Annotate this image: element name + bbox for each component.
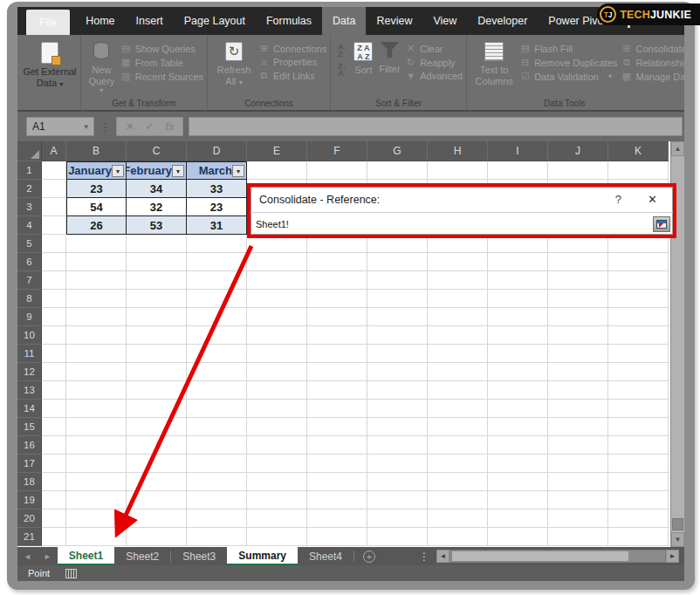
cell-K16[interactable] — [608, 436, 669, 455]
cell-C11[interactable] — [127, 345, 187, 363]
cell-A16[interactable] — [42, 436, 66, 455]
cell-E21[interactable] — [247, 528, 307, 546]
cell-F16[interactable] — [307, 436, 367, 455]
recent-sources-button[interactable]: ▥Recent Sources — [120, 71, 203, 82]
cell-I17[interactable] — [488, 455, 548, 473]
cell-G16[interactable] — [367, 436, 428, 455]
cell-G18[interactable] — [367, 473, 428, 491]
cell-D10[interactable] — [187, 326, 247, 345]
tab-home[interactable]: Home — [75, 7, 125, 35]
cell-B11[interactable] — [66, 345, 127, 363]
column-header-e[interactable]: E — [247, 141, 307, 161]
cell-D12[interactable] — [187, 363, 247, 381]
cell-H10[interactable] — [428, 326, 488, 345]
cell-J21[interactable] — [548, 528, 608, 546]
tab-page-layout[interactable]: Page Layout — [174, 7, 256, 35]
cell-F17[interactable] — [307, 455, 367, 473]
manage-data-model-button[interactable]: ▦Manage Data — [621, 71, 684, 82]
cell-J19[interactable] — [548, 491, 608, 510]
cell-G9[interactable] — [367, 308, 428, 326]
row-header-3[interactable]: 3 — [17, 198, 42, 216]
cell-A8[interactable] — [42, 290, 66, 308]
scroll-down-icon[interactable]: ▼ — [671, 532, 684, 547]
insert-function-icon[interactable]: fx — [164, 120, 174, 133]
cell-I8[interactable] — [488, 290, 548, 308]
cell-F21[interactable] — [307, 528, 367, 546]
cell-A18[interactable] — [42, 473, 66, 491]
sort-button[interactable]: Z AA Z Sort — [353, 40, 374, 76]
cell-B14[interactable] — [66, 400, 127, 418]
cell-J13[interactable] — [548, 381, 608, 400]
cell-B2[interactable]: 23 — [66, 180, 127, 198]
cell-E19[interactable] — [247, 491, 307, 510]
cell-J8[interactable] — [548, 290, 608, 308]
cell-I10[interactable] — [488, 326, 548, 345]
cell-E8[interactable] — [247, 290, 307, 308]
cell-E15[interactable] — [247, 418, 307, 436]
cell-C5[interactable] — [127, 235, 187, 253]
filter-dropdown-icon[interactable]: ▾ — [172, 165, 184, 177]
cell-F6[interactable] — [307, 253, 367, 271]
remove-duplicates-button[interactable]: ⊟Remove Duplicates — [519, 57, 617, 68]
cell-A6[interactable] — [42, 253, 66, 271]
cell-H7[interactable] — [428, 271, 488, 290]
cell-B16[interactable] — [66, 436, 127, 455]
cell-E20[interactable] — [247, 510, 307, 528]
cell-A19[interactable] — [42, 491, 66, 510]
cell-K8[interactable] — [608, 290, 669, 308]
cancel-icon[interactable]: ✕ — [126, 120, 134, 133]
cell-A12[interactable] — [42, 363, 66, 381]
cell-C14[interactable] — [127, 400, 187, 418]
cell-D20[interactable] — [187, 510, 247, 528]
cell-A13[interactable] — [42, 381, 66, 400]
cell-C18[interactable] — [127, 473, 187, 491]
filter-dropdown-icon[interactable]: ▾ — [232, 165, 244, 177]
tab-view[interactable]: View — [422, 7, 467, 35]
cell-B9[interactable] — [66, 308, 127, 326]
consolidate-button[interactable]: ⊞Consolidate — [621, 43, 684, 54]
cell-K18[interactable] — [608, 473, 669, 491]
row-header-7[interactable]: 7 — [17, 271, 42, 290]
cell-A9[interactable] — [42, 308, 66, 326]
cell-C13[interactable] — [127, 381, 187, 400]
cell-K7[interactable] — [608, 271, 669, 290]
cell-H21[interactable] — [428, 528, 488, 546]
row-header-9[interactable]: 9 — [17, 308, 42, 326]
cell-K6[interactable] — [608, 253, 669, 271]
cell-K12[interactable] — [608, 363, 669, 381]
row-header-10[interactable]: 10 — [17, 326, 42, 345]
cell-B13[interactable] — [66, 381, 127, 400]
cell-F13[interactable] — [307, 381, 367, 400]
row-header-4[interactable]: 4 — [17, 216, 42, 235]
cell-I1[interactable] — [488, 161, 548, 180]
row-header-11[interactable]: 11 — [17, 345, 42, 363]
cell-G14[interactable] — [367, 400, 428, 418]
row-header-15[interactable]: 15 — [17, 418, 42, 436]
row-header-13[interactable]: 13 — [17, 381, 42, 400]
cell-G12[interactable] — [367, 363, 428, 381]
cell-A10[interactable] — [42, 326, 66, 345]
get-external-data-button[interactable]: Get External Data ▾ — [23, 40, 77, 88]
cell-A11[interactable] — [42, 345, 66, 363]
cell-B12[interactable] — [66, 363, 127, 381]
cell-D7[interactable] — [187, 271, 247, 290]
scroll-right-icon[interactable]: ► — [666, 550, 679, 563]
cell-E13[interactable] — [247, 381, 307, 400]
row-header-16[interactable]: 16 — [17, 436, 42, 455]
cell-I13[interactable] — [488, 381, 548, 400]
cell-A1[interactable] — [42, 161, 66, 180]
cell-B15[interactable] — [66, 418, 127, 436]
cell-B10[interactable] — [66, 326, 127, 345]
cell-B21[interactable] — [66, 528, 127, 546]
row-header-19[interactable]: 19 — [17, 491, 42, 510]
cell-D5[interactable] — [187, 235, 247, 253]
cell-J17[interactable] — [548, 455, 608, 473]
select-all-corner[interactable] — [17, 141, 42, 161]
cell-F11[interactable] — [307, 345, 367, 363]
cell-H9[interactable] — [428, 308, 488, 326]
cell-K9[interactable] — [608, 308, 669, 326]
cell-C16[interactable] — [127, 436, 187, 455]
cell-C19[interactable] — [127, 491, 187, 510]
cell-H12[interactable] — [428, 363, 488, 381]
cell-J7[interactable] — [548, 271, 608, 290]
